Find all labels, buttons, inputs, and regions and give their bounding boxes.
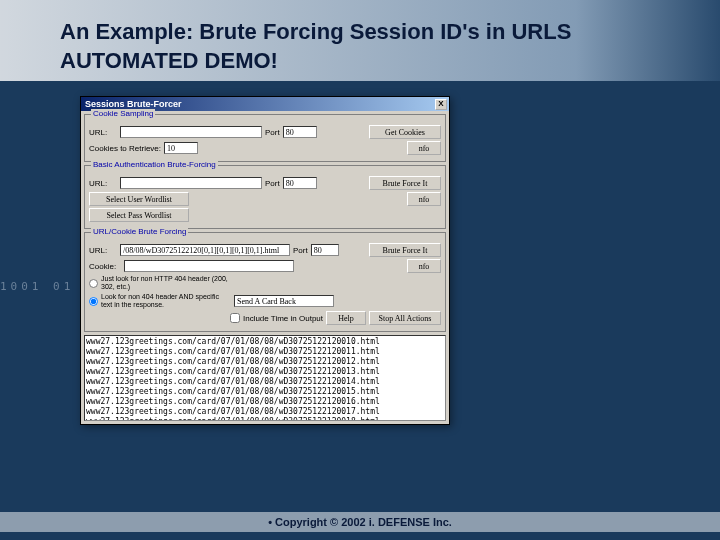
help-button[interactable]: Help xyxy=(326,311,366,325)
stop-all-button[interactable]: Stop All Actions xyxy=(369,311,441,325)
select-user-wordlist-button[interactable]: Select User Wordlist xyxy=(89,192,189,206)
app-window: Sessions Brute-Forcer X Cookie Sampling … xyxy=(80,96,450,425)
output-line[interactable]: www27.123greetings.com/card/07/01/08/08/… xyxy=(86,367,444,377)
port-label: Port xyxy=(293,246,308,255)
output-line[interactable]: www27.123greetings.com/card/07/01/08/08/… xyxy=(86,357,444,367)
slide-title: An Example: Brute Forcing Session ID's i… xyxy=(0,0,720,81)
url-label: URL: xyxy=(89,128,117,137)
port-input[interactable] xyxy=(283,126,317,138)
copyright: • Copyright © 2002 i. DEFENSE Inc. xyxy=(0,512,720,532)
cookies-retrieve-input[interactable] xyxy=(164,142,198,154)
get-cookies-button[interactable]: Get Cookies xyxy=(369,125,441,139)
output-line[interactable]: www27.123greetings.com/card/07/01/08/08/… xyxy=(86,377,444,387)
group-legend: URL/Cookie Brute Forcing xyxy=(91,227,188,236)
radio-label: Just look for non HTTP 404 header (200, … xyxy=(101,275,231,291)
url-label: URL: xyxy=(89,246,117,255)
include-time-checkbox[interactable] xyxy=(230,313,240,323)
close-button[interactable]: X xyxy=(435,99,447,110)
cookie-label: Cookie: xyxy=(89,262,121,271)
group-legend: Basic Authentication Brute-Forcing xyxy=(91,160,218,169)
group-legend: Cookie Sampling xyxy=(91,109,155,118)
url-label: URL: xyxy=(89,179,117,188)
output-line[interactable]: www27.123greetings.com/card/07/01/08/08/… xyxy=(86,347,444,357)
brute-force-button[interactable]: Brute Force It xyxy=(369,243,441,257)
port-input[interactable] xyxy=(283,177,317,189)
brute-force-button[interactable]: Brute Force It xyxy=(369,176,441,190)
cookie-input[interactable] xyxy=(124,260,294,272)
url-input[interactable] xyxy=(120,177,262,189)
radio-404-header[interactable] xyxy=(89,279,98,288)
cookies-retrieve-label: Cookies to Retrieve: xyxy=(89,144,161,153)
output-line[interactable]: www27.123greetings.com/card/07/01/08/08/… xyxy=(86,397,444,407)
nfo-button[interactable]: nfo xyxy=(407,259,441,273)
nfo-button[interactable]: nfo xyxy=(407,192,441,206)
port-input[interactable] xyxy=(311,244,339,256)
group-cookie-sampling: Cookie Sampling URL: Port Get Cookies Co… xyxy=(84,114,446,162)
output-line[interactable]: www27.123greetings.com/card/07/01/08/08/… xyxy=(86,387,444,397)
port-label: Port xyxy=(265,179,280,188)
nfo-button[interactable]: nfo xyxy=(407,141,441,155)
group-basic-auth: Basic Authentication Brute-Forcing URL: … xyxy=(84,165,446,229)
output-line[interactable]: www27.123greetings.com/card/07/01/08/08/… xyxy=(86,337,444,347)
radio-404-and-text[interactable] xyxy=(89,297,98,306)
port-label: Port xyxy=(265,128,280,137)
url-input[interactable] xyxy=(120,244,290,256)
output-listbox[interactable]: www27.123greetings.com/card/07/01/08/08/… xyxy=(84,335,446,421)
window-title: Sessions Brute-Forcer xyxy=(85,99,182,109)
output-line[interactable]: www27.123greetings.com/card/07/01/08/08/… xyxy=(86,417,444,421)
response-text-input[interactable] xyxy=(234,295,334,307)
radio-label: Look for non 404 header AND specific tex… xyxy=(101,293,231,309)
include-time-label: Include Time in Output xyxy=(243,314,323,323)
group-url-cookie-brute: URL/Cookie Brute Forcing URL: Port Brute… xyxy=(84,232,446,332)
url-input[interactable] xyxy=(120,126,262,138)
output-line[interactable]: www27.123greetings.com/card/07/01/08/08/… xyxy=(86,407,444,417)
select-pass-wordlist-button[interactable]: Select Pass Wordlist xyxy=(89,208,189,222)
